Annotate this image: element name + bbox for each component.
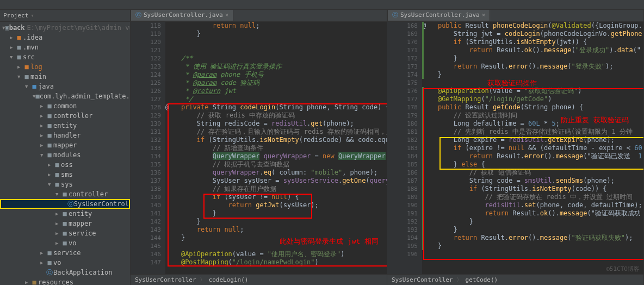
editor-right: ⓒ SysUserController.java × 1681691701711…	[387, 10, 644, 285]
tree-oss[interactable]: ▶■oss	[0, 160, 130, 170]
tree-controller2[interactable]: ▼■controller	[0, 189, 130, 199]
vcs-modified-bar	[422, 22, 424, 79]
tree-log[interactable]: ▶■log	[0, 62, 130, 72]
tree-sms[interactable]: ▶■sms	[0, 170, 130, 179]
class-icon: ⓒ	[135, 11, 141, 19]
breadcrumb-left[interactable]: SysUserController 〉 codeLogin()	[131, 274, 387, 285]
code-left[interactable]: 1181191201211221231241251261271281291301…	[131, 22, 387, 274]
vcs-modified-bar	[422, 87, 424, 250]
red-annotation-label-box: 防止重复 获取验证码	[561, 115, 629, 125]
red-annotation-label-top: 获取验证码操作	[487, 78, 537, 88]
project-tree: ▼▣ back E:\myProject\myGit\admin-vue-tem…	[0, 22, 130, 285]
tree-mapper2[interactable]: ▶■mapper	[0, 219, 130, 228]
close-icon[interactable]: ×	[482, 11, 486, 18]
tab-left[interactable]: ⓒ SysUserController.java ×	[131, 10, 233, 21]
red-annotation-label: 此处与密码登录生成 jwt 相同	[280, 237, 379, 246]
tree-sys[interactable]: ▼■sys	[0, 179, 130, 189]
close-icon[interactable]: ×	[225, 11, 229, 18]
tree-pkg[interactable]: ▼■com.lyh.admin_template.bac	[0, 91, 130, 101]
project-label: Project	[3, 12, 28, 19]
tree-handler[interactable]: ▶■handler	[0, 131, 130, 140]
tree-controller[interactable]: ▶■controller	[0, 111, 130, 121]
tabs-right: ⓒ SysUserController.java ×	[387, 10, 643, 22]
tree-sysusercontrol[interactable]: ⓒSysUserControl	[0, 199, 130, 209]
tree-main[interactable]: ▼■main	[0, 72, 130, 82]
tree-mapper[interactable]: ▶■mapper	[0, 140, 130, 150]
tree-vo2[interactable]: ▶■vo	[0, 238, 130, 248]
project-sidebar: Project ▾ ▼▣ back E:\myProject\myGit\adm…	[0, 10, 131, 285]
tree-entity2[interactable]: ▶■entity	[0, 209, 130, 219]
tree-entity[interactable]: ▶■entity	[0, 121, 130, 131]
tab-right[interactable]: ⓒ SysUserController.java ×	[387, 10, 490, 21]
tree-root[interactable]: ▼▣ back E:\myProject\myGit\admin-vue-tem	[0, 23, 130, 33]
tree-resources[interactable]: ▶■resources	[0, 277, 130, 285]
breadcrumb-right[interactable]: SysUserController 〉 getCode()	[387, 274, 643, 285]
tree-common[interactable]: ▶■common	[0, 101, 130, 111]
tree-service[interactable]: ▶■service	[0, 248, 130, 258]
watermark: ©51CTO博客	[606, 265, 640, 273]
tree-modules[interactable]: ▼■modules	[0, 150, 130, 160]
code-right[interactable]: 1681691701711721731741751761771781791801…	[387, 22, 643, 274]
tree-idea[interactable]: ▶■.idea	[0, 33, 130, 42]
tree-service2[interactable]: ▶■service	[0, 228, 130, 238]
tree-java[interactable]: ▼■java	[0, 82, 130, 91]
editor-left: ⓒ SysUserController.java × 1181191201211…	[131, 10, 387, 285]
project-header[interactable]: Project ▾	[0, 10, 130, 22]
tree-src[interactable]: ▼■src	[0, 52, 130, 62]
tabs-left: ⓒ SysUserController.java ×	[131, 10, 387, 22]
tree-backapp[interactable]: ⓒBackApplication	[0, 268, 130, 277]
class-icon: ⓒ	[392, 11, 398, 19]
top-toolbar	[0, 0, 644, 10]
tree-mvn[interactable]: ▶■.mvn	[0, 42, 130, 52]
tree-vo[interactable]: ▶■vo	[0, 258, 130, 268]
